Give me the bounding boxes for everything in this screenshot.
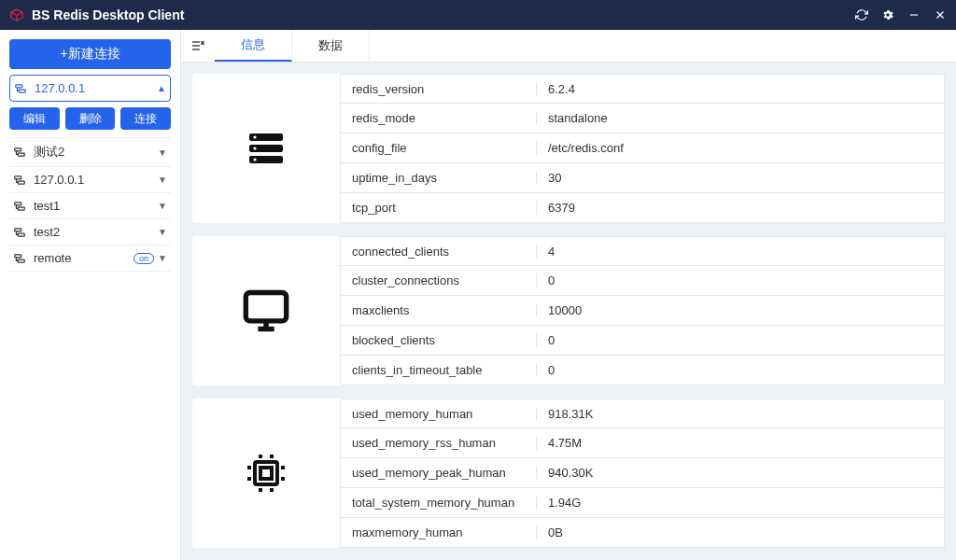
chevron-down-icon: ▼: [158, 175, 167, 185]
info-key: cluster_connections: [341, 273, 537, 287]
connection-row[interactable]: test1▼: [9, 193, 171, 218]
connection-icon: [13, 200, 28, 213]
info-value: 940.30K: [537, 466, 944, 480]
info-row: config_file/etc/redis.conf: [340, 133, 945, 163]
app-logo-icon: [9, 7, 24, 22]
new-connection-button[interactable]: +新建连接: [9, 39, 171, 69]
connection-item: 127.0.0.1▲编辑删除连接: [9, 75, 171, 138]
sidebar: +新建连接 127.0.0.1▲编辑删除连接测试2▼127.0.0.1▼test…: [0, 30, 181, 560]
info-value: 6379: [537, 201, 944, 215]
svg-rect-26: [246, 293, 286, 321]
close-icon[interactable]: [934, 8, 947, 21]
info-value: 4.75M: [537, 436, 944, 450]
connection-item: 127.0.0.1▼: [9, 167, 171, 193]
info-key: config_file: [341, 141, 537, 155]
info-key: used_memory_peak_human: [341, 466, 537, 480]
info-row: cluster_connections0: [340, 266, 945, 296]
svg-rect-3: [16, 84, 22, 87]
connection-actions: 编辑删除连接: [9, 102, 171, 137]
cpu-icon: [192, 399, 340, 548]
chevron-down-icon: ▼: [158, 201, 167, 211]
content-area: redis_version6.2.4redis_modestandaloneco…: [181, 63, 956, 560]
svg-rect-8: [18, 181, 24, 184]
connection-row[interactable]: 测试2▼: [9, 138, 171, 166]
svg-rect-30: [260, 468, 272, 479]
connection-row[interactable]: remoteon▼: [9, 245, 171, 271]
info-key: maxmemory_human: [341, 525, 537, 539]
info-row: uptime_in_days30: [340, 163, 945, 193]
connection-label: 测试2: [34, 144, 158, 161]
svg-rect-9: [15, 202, 21, 204]
connect-button[interactable]: 连接: [120, 107, 171, 130]
info-key: uptime_in_days: [341, 171, 537, 185]
chevron-down-icon: ▼: [158, 147, 167, 158]
connection-item: remoteon▼: [9, 245, 171, 272]
info-row: total_system_memory_human1.94G: [340, 488, 945, 518]
info-value: 0: [537, 333, 944, 347]
main-panel: 信息 数据 redis_version6.2.4redis_modestanda…: [181, 30, 956, 560]
svg-rect-10: [18, 207, 24, 210]
app-title: BS Redis Desktop Client: [32, 7, 855, 22]
info-key: used_memory_rss_human: [341, 436, 537, 450]
connection-icon: [13, 252, 28, 265]
refresh-icon[interactable]: [855, 8, 868, 21]
info-row: used_memory_peak_human940.30K: [340, 458, 945, 488]
svg-rect-5: [15, 148, 21, 151]
connection-label: 127.0.0.1: [35, 81, 157, 95]
tab-data[interactable]: 数据: [292, 30, 370, 62]
info-key: tcp_port: [341, 201, 537, 215]
info-key: maxclients: [341, 303, 537, 317]
svg-rect-14: [18, 259, 24, 262]
svg-rect-7: [15, 175, 21, 178]
info-row: maxmemory_human0B: [340, 518, 945, 548]
info-row: used_memory_rss_human4.75M: [340, 428, 945, 458]
info-value: 918.31K: [537, 407, 944, 421]
chevron-down-icon: ▼: [158, 227, 167, 237]
info-key: connected_clients: [341, 245, 537, 259]
info-value: standalone: [537, 111, 944, 125]
info-row: used_memory_human918.31K: [340, 399, 945, 428]
connection-item: test2▼: [9, 219, 171, 245]
connection-icon: [13, 146, 28, 159]
info-value: /etc/redis.conf: [537, 141, 944, 155]
clients-info-card: connected_clients4cluster_connections0ma…: [192, 236, 945, 385]
svg-rect-13: [15, 254, 21, 257]
info-row: tcp_port6379: [340, 193, 945, 223]
delete-button[interactable]: 删除: [65, 107, 116, 130]
info-row: connected_clients4: [340, 236, 945, 266]
connection-row[interactable]: 127.0.0.1▼: [9, 167, 171, 192]
connection-label: 127.0.0.1: [34, 173, 158, 187]
info-value: 4: [537, 245, 944, 259]
svg-point-25: [253, 159, 256, 161]
server-icon: [192, 74, 340, 223]
status-badge: on: [134, 253, 154, 264]
minimize-icon[interactable]: [907, 8, 921, 21]
info-row: redis_modestandalone: [340, 104, 945, 133]
info-value: 0: [537, 363, 944, 377]
info-value: 30: [537, 171, 944, 185]
connection-label: remote: [34, 251, 134, 265]
collapse-sidebar-icon[interactable]: [181, 38, 215, 53]
svg-rect-12: [18, 233, 24, 236]
connection-row[interactable]: test2▼: [9, 219, 171, 245]
connection-label: test2: [34, 225, 158, 239]
svg-rect-4: [19, 90, 25, 92]
connection-row[interactable]: 127.0.0.1▲: [9, 75, 171, 102]
info-key: redis_version: [341, 82, 537, 96]
chevron-down-icon: ▲: [157, 83, 166, 93]
info-key: total_system_memory_human: [341, 496, 537, 510]
connection-item: 测试2▼: [9, 138, 171, 167]
settings-icon[interactable]: [881, 8, 894, 21]
info-row: clients_in_timeout_table0: [340, 356, 945, 385]
chevron-down-icon: ▼: [158, 253, 167, 263]
tab-info[interactable]: 信息: [215, 30, 292, 62]
connection-icon: [13, 174, 28, 187]
info-value: 1.94G: [537, 496, 944, 510]
info-key: blocked_clients: [341, 333, 537, 347]
edit-button[interactable]: 编辑: [9, 107, 60, 130]
monitor-icon: [192, 236, 340, 385]
svg-rect-6: [18, 153, 24, 156]
svg-rect-11: [15, 228, 21, 231]
titlebar: BS Redis Desktop Client: [0, 0, 956, 30]
info-row: maxclients10000: [340, 296, 945, 326]
